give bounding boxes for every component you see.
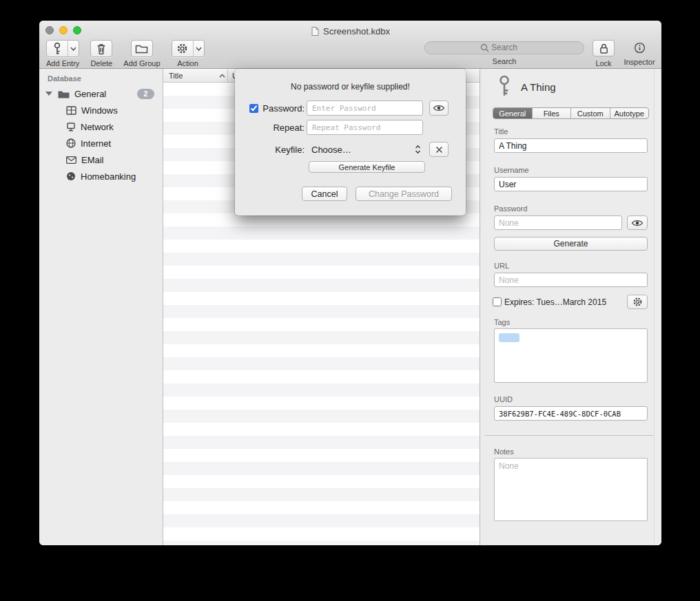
repeat-password-input[interactable] (307, 120, 423, 135)
url-field[interactable] (494, 273, 648, 287)
cancel-button[interactable]: Cancel (302, 187, 347, 201)
toolbar-left-group: Add Entry Delete A (46, 40, 205, 67)
envelope-icon (66, 156, 76, 164)
change-password-button[interactable]: Change Password (356, 187, 452, 201)
count-badge: 2 (137, 89, 154, 99)
inspector-label: Inspector (624, 58, 655, 66)
group-sidebar: Database General 2 Windows Network (39, 69, 163, 545)
keyfile-popup[interactable]: Choose… (307, 142, 423, 157)
sidebar-item-label: Windows (81, 105, 118, 116)
inspector-panel: A Thing General Files Custom Autotype Ti… (480, 69, 661, 545)
tab-general[interactable]: General (493, 108, 532, 118)
search-area: Search (424, 41, 584, 65)
inspector-tabs: General Files Custom Autotype (493, 107, 649, 119)
close-x-icon (435, 146, 443, 154)
sidebar-item-label: General (74, 89, 106, 99)
window-title: Screenshot.kdbx (39, 25, 661, 36)
sidebar-item-homebanking[interactable]: Homebanking (39, 168, 163, 184)
password-input[interactable] (307, 101, 423, 116)
lock-button[interactable] (593, 40, 615, 56)
entry-title: A Thing (521, 81, 556, 93)
search-input[interactable] (424, 41, 584, 54)
action-toolbar-item: Action (172, 40, 205, 67)
eye-icon (631, 219, 644, 227)
inspector-divider (484, 435, 653, 436)
dialog-message: No password or keyfile supplied! (235, 82, 466, 92)
generate-keyfile-button[interactable]: Generate Keyfile (309, 161, 425, 173)
keyfile-label: Keyfile: (235, 145, 307, 155)
password-label: Password: (235, 103, 307, 114)
reveal-password-button[interactable] (627, 215, 648, 230)
repeat-row: Repeat: (235, 120, 466, 135)
generate-password-button[interactable]: Generate (494, 237, 648, 251)
search-label: Search (424, 57, 584, 65)
key-icon (47, 41, 68, 56)
inspector-toggle-area: Inspector (620, 40, 659, 66)
add-entry-label: Add Entry (46, 59, 79, 67)
keyfile-row: Keyfile: Choose… (235, 142, 466, 157)
globe-icon (66, 138, 76, 148)
dialog-buttons: Cancel Change Password (302, 187, 452, 201)
password-checkbox[interactable] (249, 104, 258, 113)
change-password-dialog: No password or keyfile supplied! Passwor… (235, 69, 466, 215)
url-field-label: URL (494, 262, 509, 270)
delete-button[interactable] (90, 40, 112, 57)
expires-label: Expires: Tues…March 2015 (504, 297, 606, 307)
sidebar-item-email[interactable]: EMail (39, 151, 163, 168)
column-title-text: Title (169, 72, 183, 80)
sidebar-section-header: Database (48, 74, 163, 83)
tag-token[interactable] (499, 333, 519, 342)
uuid-field[interactable] (494, 406, 648, 421)
popup-stepper-icon (415, 145, 421, 154)
expires-row: Expires: Tues…March 2015 (493, 295, 606, 309)
keyfile-popup-value: Choose… (311, 145, 351, 155)
disclosure-triangle-icon[interactable] (45, 92, 52, 96)
add-group-toolbar-item: Add Group (123, 40, 160, 67)
tab-autotype[interactable]: Autotype (610, 108, 649, 118)
notes-field[interactable] (494, 458, 648, 521)
username-field-label: Username (494, 166, 529, 174)
coin-icon (66, 171, 76, 181)
eye-icon (433, 104, 445, 112)
add-group-button[interactable] (131, 40, 153, 57)
add-group-label: Add Group (123, 59, 160, 67)
trash-icon (95, 42, 107, 56)
password-field[interactable] (494, 215, 622, 230)
sidebar-item-windows[interactable]: Windows (39, 102, 163, 118)
tags-field[interactable] (494, 328, 648, 383)
add-entry-button[interactable] (46, 40, 79, 57)
sidebar-item-internet[interactable]: Internet (39, 135, 163, 151)
chevron-down-icon[interactable] (68, 41, 79, 56)
sidebar-item-label: Homebanking (81, 171, 136, 182)
sidebar-item-label: Network (81, 122, 114, 132)
inspector-toggle-button[interactable] (629, 40, 650, 55)
username-field[interactable] (494, 177, 648, 191)
sidebar-item-network[interactable]: Network (39, 118, 163, 135)
delete-toolbar-item: Delete (90, 40, 112, 67)
inspector-scrollbar[interactable] (654, 69, 661, 545)
sidebar-item-general[interactable]: General 2 (39, 85, 163, 102)
tab-files[interactable]: Files (532, 108, 571, 118)
key-icon (497, 74, 512, 101)
document-icon (311, 26, 320, 36)
title-field[interactable] (494, 138, 648, 153)
lock-label: Lock (595, 59, 611, 67)
expires-checkbox[interactable] (493, 297, 502, 306)
tab-custom[interactable]: Custom (570, 108, 610, 118)
title-field-label: Title (494, 127, 508, 136)
action-button[interactable] (172, 40, 205, 57)
expires-settings-button[interactable] (627, 295, 648, 309)
delete-label: Delete (90, 59, 112, 67)
sidebar-item-label: EMail (81, 155, 104, 165)
column-header-title[interactable]: Title (163, 72, 227, 80)
sort-ascending-icon (219, 74, 225, 78)
repeat-label: Repeat: (235, 123, 307, 133)
clear-keyfile-button[interactable] (429, 142, 449, 157)
info-icon (634, 42, 646, 54)
uuid-field-label: UUID (494, 395, 513, 403)
network-icon (66, 123, 76, 131)
chevron-down-icon[interactable] (193, 41, 204, 56)
folder-add-icon (135, 43, 148, 54)
reveal-password-button[interactable] (429, 101, 449, 116)
window-title-text: Screenshot.kdbx (323, 26, 390, 36)
